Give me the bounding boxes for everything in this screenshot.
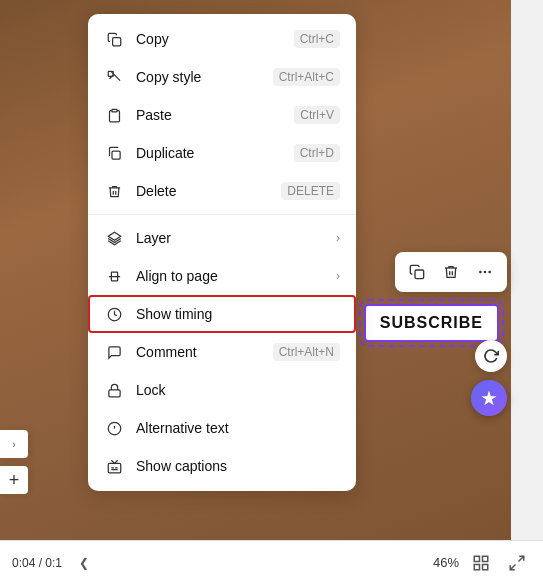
svg-rect-23 (483, 564, 488, 569)
menu-item-copy-style[interactable]: Copy style Ctrl+Alt+C (88, 58, 356, 96)
expand-chevron-icon: ❮ (79, 556, 89, 570)
left-expand-button[interactable]: › (0, 430, 28, 458)
copy-menu-icon (104, 29, 124, 49)
show-timing-label: Show timing (136, 306, 340, 322)
trash-icon (443, 264, 459, 280)
comment-icon (104, 342, 124, 362)
menu-item-show-timing[interactable]: Show timing (88, 295, 356, 333)
svg-line-25 (510, 564, 515, 569)
clock-icon (104, 304, 124, 324)
refresh-button[interactable] (475, 340, 507, 372)
svg-rect-6 (112, 109, 117, 112)
svg-rect-21 (483, 556, 488, 561)
align-label: Align to page (136, 268, 332, 284)
svg-point-3 (488, 271, 491, 274)
menu-item-comment[interactable]: Comment Ctrl+Alt+N (88, 333, 356, 371)
menu-item-delete[interactable]: Delete DELETE (88, 172, 356, 210)
svg-line-24 (519, 556, 524, 561)
timeline-controls: 0:04 / 0:1 ❮ (12, 553, 94, 573)
copy-style-shortcut: Ctrl+Alt+C (273, 68, 340, 86)
divider-1 (88, 214, 356, 215)
toolbar-copy-button[interactable] (401, 256, 433, 288)
menu-item-duplicate[interactable]: Duplicate Ctrl+D (88, 134, 356, 172)
paste-label: Paste (136, 107, 294, 123)
menu-item-lock[interactable]: Lock (88, 371, 356, 409)
layer-icon (104, 228, 124, 248)
zoom-level[interactable]: 46% (433, 555, 459, 570)
fullscreen-button[interactable] (503, 549, 531, 577)
menu-item-paste[interactable]: Paste Ctrl+V (88, 96, 356, 134)
element-toolbar (395, 252, 507, 292)
svg-rect-4 (112, 37, 120, 45)
toolbar-delete-button[interactable] (435, 256, 467, 288)
menu-item-alt-text[interactable]: Alternative text (88, 409, 356, 447)
menu-item-show-captions[interactable]: Show captions (88, 447, 356, 485)
time-display: 0:04 / 0:1 (12, 556, 62, 570)
subscribe-text: SUBSCRIBE (380, 314, 483, 331)
show-captions-label: Show captions (136, 458, 340, 474)
svg-rect-16 (108, 463, 121, 472)
alt-text-icon (104, 418, 124, 438)
plus-icon: + (9, 470, 20, 491)
add-element-button[interactable]: + (0, 466, 28, 494)
right-panel (511, 0, 543, 584)
align-arrow: › (336, 269, 340, 283)
layer-label: Layer (136, 230, 332, 246)
align-icon (104, 266, 124, 286)
svg-rect-7 (112, 151, 120, 159)
delete-shortcut: DELETE (281, 182, 340, 200)
copy-style-label: Copy style (136, 69, 273, 85)
grid-icon (472, 554, 490, 572)
subscribe-element[interactable]: SUBSCRIBE (364, 304, 499, 342)
toolbar-more-button[interactable] (469, 256, 501, 288)
paste-shortcut: Ctrl+V (294, 106, 340, 124)
menu-item-align[interactable]: Align to page › (88, 257, 356, 295)
svg-rect-0 (415, 270, 424, 279)
chevron-right-icon: › (12, 439, 15, 450)
captions-icon (104, 456, 124, 476)
timeline-expand-button[interactable]: ❮ (74, 553, 94, 573)
svg-rect-22 (474, 564, 479, 569)
comment-label: Comment (136, 344, 273, 360)
delete-label: Delete (136, 183, 281, 199)
context-menu: Copy Ctrl+C Copy style Ctrl+Alt+C Paste … (88, 14, 356, 491)
menu-item-copy[interactable]: Copy Ctrl+C (88, 20, 356, 58)
ai-button[interactable] (471, 380, 507, 416)
comment-shortcut: Ctrl+Alt+N (273, 343, 340, 361)
duplicate-shortcut: Ctrl+D (294, 144, 340, 162)
refresh-icon (483, 348, 499, 364)
bottom-bar: 0:04 / 0:1 ❮ 46% (0, 540, 543, 584)
copy-icon (409, 264, 425, 280)
svg-point-2 (484, 271, 487, 274)
menu-item-layer[interactable]: Layer › (88, 219, 356, 257)
copy-shortcut: Ctrl+C (294, 30, 340, 48)
expand-icon (508, 554, 526, 572)
lock-label: Lock (136, 382, 340, 398)
duplicate-label: Duplicate (136, 145, 294, 161)
alt-text-label: Alternative text (136, 420, 340, 436)
copy-style-icon (104, 67, 124, 87)
svg-rect-20 (474, 556, 479, 561)
paste-icon (104, 105, 124, 125)
lock-icon (104, 380, 124, 400)
delete-icon (104, 181, 124, 201)
copy-label: Copy (136, 31, 294, 47)
svg-point-1 (479, 271, 482, 274)
layer-arrow: › (336, 231, 340, 245)
sparkle-icon (480, 389, 498, 407)
svg-rect-12 (108, 389, 119, 396)
grid-view-button[interactable] (467, 549, 495, 577)
duplicate-icon (104, 143, 124, 163)
more-icon (477, 264, 493, 280)
